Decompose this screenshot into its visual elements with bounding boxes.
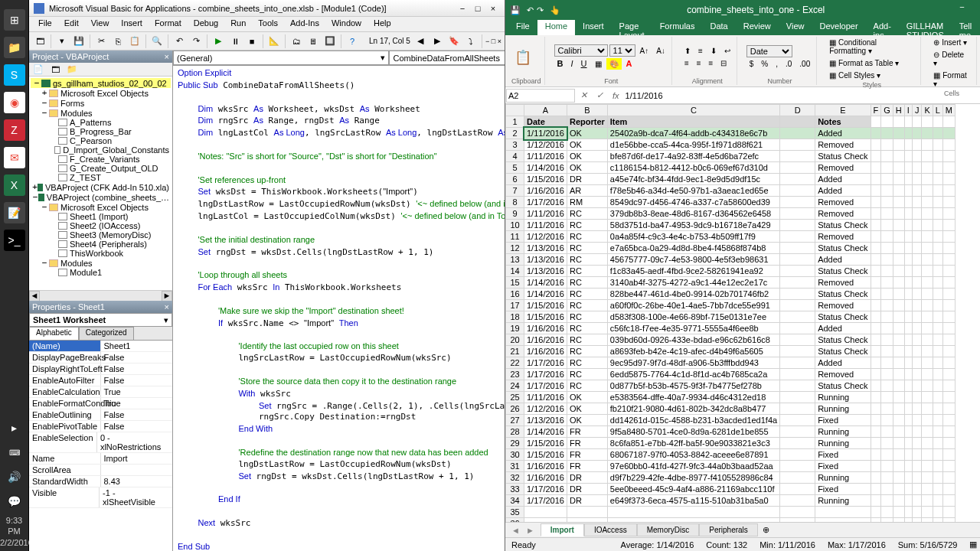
currency-button[interactable]: $ bbox=[746, 58, 757, 70]
tree-node[interactable]: Sheet1 (Import) bbox=[31, 212, 171, 221]
increase-font-icon[interactable]: A↑ bbox=[637, 45, 652, 57]
align-top-icon[interactable]: ⬆ bbox=[681, 45, 694, 57]
view-normal-icon[interactable]: ▦ bbox=[969, 540, 977, 549]
tree-node[interactable]: Sheet4 (Peripherals) bbox=[31, 240, 171, 249]
property-row[interactable]: NameImport bbox=[29, 453, 172, 465]
tree-node[interactable]: G_Create_Output_OLD bbox=[31, 164, 171, 173]
property-row[interactable]: Visible-1 - xlSheetVisible bbox=[29, 487, 172, 508]
ribbon-tab-page-layout[interactable]: Page Layout bbox=[612, 20, 652, 35]
cancel-formula-icon[interactable]: ✕ bbox=[576, 89, 592, 102]
tab-scroll-right-icon[interactable]: ► bbox=[526, 526, 534, 535]
percent-button[interactable]: % bbox=[758, 58, 771, 70]
find-icon[interactable]: 🔍 bbox=[149, 34, 165, 49]
tree-node[interactable]: Z_TEST bbox=[31, 173, 171, 182]
properties-object-combo[interactable]: Sheet1 Worksheet▾ bbox=[29, 313, 172, 327]
property-row[interactable]: DisplayRightToLeftFalse bbox=[29, 364, 172, 375]
tree-node[interactable]: D_Import_Global_Constants bbox=[31, 145, 171, 155]
formula-input[interactable]: 1/11/2016 bbox=[624, 90, 980, 102]
menu-format[interactable]: Format bbox=[149, 17, 188, 31]
next-bookmark-icon[interactable]: ⤵ bbox=[463, 34, 479, 49]
start-button[interactable]: ⊞ bbox=[4, 9, 25, 31]
menu-add-ins[interactable]: Add-Ins bbox=[284, 17, 325, 31]
sheet-tab-peripherals[interactable]: Peripherals bbox=[699, 523, 758, 536]
property-row[interactable]: (Name)Sheet1 bbox=[29, 341, 172, 352]
notification-icon[interactable]: 💬 bbox=[4, 491, 25, 512]
minimize-button[interactable]: − bbox=[951, 2, 972, 18]
sheet-tab-import[interactable]: Import bbox=[541, 523, 584, 536]
insert-icon[interactable]: ▾ bbox=[54, 34, 70, 49]
decrease-decimal-icon[interactable]: .00 bbox=[796, 58, 813, 70]
skype-icon[interactable]: S bbox=[4, 64, 25, 86]
expand-tray-icon[interactable]: ▸ bbox=[4, 417, 25, 439]
align-center-icon[interactable]: ≡ bbox=[694, 57, 704, 69]
new-sheet-button[interactable]: ⊕ bbox=[763, 525, 769, 535]
delete-cells-button[interactable]: ⊖ Delete ▾ bbox=[930, 49, 972, 69]
sheet-tab-memorydisc[interactable]: MemoryDisc bbox=[637, 523, 700, 536]
properties-header[interactable]: Properties - Sheet1× bbox=[29, 301, 172, 313]
properties-grid[interactable]: (Name)Sheet1DisplayPageBreaksFalseDispla… bbox=[29, 341, 172, 551]
redo-icon[interactable]: ↷ bbox=[188, 34, 204, 49]
format-as-table-button[interactable]: ▦ Format as Table ▾ bbox=[826, 57, 917, 69]
indent-icon[interactable]: ▶ bbox=[430, 34, 445, 49]
tree-node[interactable]: +VBAProject (CFK Add-In 510.xla) bbox=[31, 182, 171, 192]
ribbon-tab-add-ins[interactable]: Add-ins bbox=[866, 20, 899, 35]
tree-node[interactable]: −VBAProject (combine_sheets_… bbox=[31, 192, 171, 202]
ribbon-tab-data[interactable]: Data bbox=[702, 20, 735, 35]
outdent-icon[interactable]: ◀ bbox=[413, 34, 428, 49]
menu-edit[interactable]: Edit bbox=[58, 17, 85, 31]
redo-icon[interactable]: ↷ bbox=[537, 5, 544, 15]
ribbon-tab-tell-me[interactable]: Tell me bbox=[952, 20, 980, 35]
design-mode-icon[interactable]: 📐 bbox=[266, 34, 282, 49]
tab-alphabetic[interactable]: Alphabetic bbox=[29, 327, 79, 340]
maximize-button[interactable]: □ bbox=[471, 3, 485, 14]
increase-decimal-icon[interactable]: .0 bbox=[782, 58, 795, 70]
tree-node[interactable]: A_Patterns bbox=[31, 118, 171, 127]
ribbon-tab-developer[interactable]: Developer bbox=[812, 20, 865, 35]
maximize-button[interactable]: □ bbox=[974, 2, 980, 18]
close-button[interactable]: × bbox=[486, 3, 500, 14]
tab-categorized[interactable]: Categorized bbox=[79, 327, 134, 340]
tree-node[interactable]: −gs_gillham_studios_02_00_02 bbox=[31, 78, 171, 88]
scroll-right-icon[interactable]: ► bbox=[162, 291, 172, 302]
underline-button[interactable]: U bbox=[578, 57, 590, 70]
break-icon[interactable]: ⏸ bbox=[227, 34, 243, 49]
menu-insert[interactable]: Insert bbox=[115, 17, 149, 31]
tree-node[interactable]: Sheet3 (MemoryDisc) bbox=[31, 230, 171, 240]
tree-node[interactable]: F_Create_Variants bbox=[31, 155, 171, 164]
save-icon[interactable]: 💾 bbox=[71, 34, 87, 49]
name-box[interactable] bbox=[506, 89, 575, 103]
menu-help[interactable]: Help bbox=[368, 17, 397, 31]
comma-button[interactable]: , bbox=[773, 58, 781, 70]
menu-debug[interactable]: Debug bbox=[188, 17, 224, 31]
border-button[interactable]: ▦ bbox=[592, 58, 605, 70]
menu-file[interactable]: File bbox=[32, 17, 58, 31]
tree-node[interactable]: −Microsoft Excel Objects bbox=[31, 202, 171, 212]
tree-node[interactable]: B_Progress_Bar bbox=[31, 127, 171, 136]
ribbon-tab-formulas[interactable]: Formulas bbox=[652, 20, 703, 35]
zotero-icon[interactable]: Z bbox=[4, 119, 25, 141]
decrease-font-icon[interactable]: A↓ bbox=[653, 45, 668, 57]
property-row[interactable]: DisplayPageBreaksFalse bbox=[29, 352, 172, 364]
vba-titlebar[interactable]: Microsoft Visual Basic for Applications … bbox=[29, 0, 505, 17]
property-row[interactable]: EnablePivotTableFalse bbox=[29, 421, 172, 432]
code-editor[interactable]: Option Explicit Public Sub CombineDataFr… bbox=[173, 66, 505, 551]
tree-node[interactable]: ThisWorkbook bbox=[31, 249, 171, 258]
tree-node[interactable]: Module1 bbox=[31, 268, 171, 277]
touch-mode-icon[interactable]: 👆 bbox=[550, 5, 560, 15]
font-color-button[interactable]: A bbox=[623, 57, 635, 70]
tree-node[interactable]: −Modules bbox=[31, 108, 171, 118]
align-left-icon[interactable]: ≡ bbox=[681, 57, 692, 69]
property-row[interactable]: ScrollArea bbox=[29, 465, 172, 476]
wrap-text-button[interactable]: ↩ bbox=[721, 45, 733, 57]
align-right-icon[interactable]: ≡ bbox=[706, 57, 717, 69]
reset-icon[interactable]: ■ bbox=[244, 34, 260, 49]
font-size-combo[interactable]: 11 bbox=[609, 44, 635, 57]
tree-node[interactable]: −Forms bbox=[31, 98, 171, 108]
property-row[interactable]: EnableFormatConditioTrue bbox=[29, 398, 172, 409]
project-tree[interactable]: −gs_gillham_studios_02_00_02+Microsoft E… bbox=[29, 77, 172, 290]
ribbon-tab-view[interactable]: View bbox=[779, 20, 812, 35]
toggle-folders-icon[interactable]: 📁 bbox=[64, 62, 80, 77]
ribbon-tab-gillham-studios[interactable]: GILLHAM STUDIOS bbox=[899, 20, 952, 35]
italic-button[interactable]: I bbox=[567, 57, 576, 70]
toggle-bookmark-icon[interactable]: 🔖 bbox=[446, 34, 462, 49]
